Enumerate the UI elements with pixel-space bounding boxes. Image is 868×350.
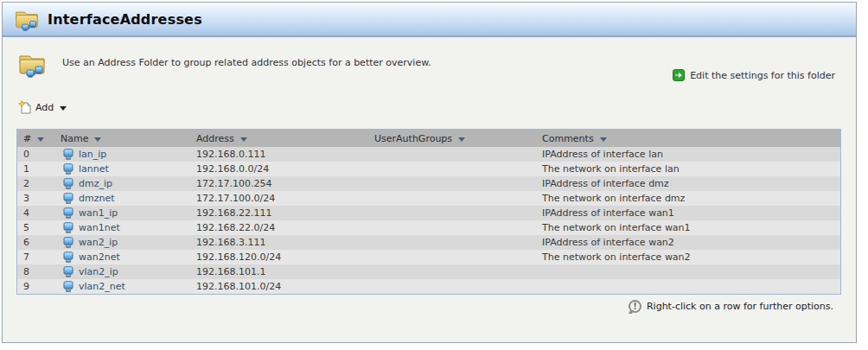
column-header-num[interactable]: # [17, 130, 56, 147]
edit-folder-settings-link[interactable]: Edit the settings for this folder [673, 69, 835, 81]
row-name: wan1net [79, 222, 120, 233]
row-name: wan2_ip [79, 237, 118, 248]
add-button[interactable]: Add [18, 100, 67, 114]
row-index: 1 [17, 163, 56, 175]
column-header-userauthgroups[interactable]: UserAuthGroups [374, 130, 542, 147]
row-comments: The network on interface wan1 [542, 222, 840, 233]
row-index: 9 [17, 281, 56, 292]
row-comments: IPAddress of interface wan1 [542, 207, 840, 219]
column-header-comments[interactable]: Comments [542, 130, 840, 147]
row-index: 0 [17, 149, 56, 160]
row-index: 2 [17, 178, 56, 189]
address-table-body: 0 lan_ip 192.168.0.111 IPAddress of inte… [17, 147, 840, 294]
row-comments: The network on interface wan2 [542, 251, 840, 263]
column-header-name-label: Name [61, 133, 88, 144]
new-item-icon [18, 100, 31, 114]
table-row[interactable]: 3 dmznet 172.17.100.0/24 The network on … [17, 191, 840, 206]
host-address-icon [63, 266, 73, 278]
row-name-cell[interactable]: vlan2_net [56, 281, 196, 293]
host-address-icon [63, 178, 73, 190]
row-address: 172.17.100.254 [196, 178, 374, 189]
row-index: 5 [17, 222, 56, 233]
host-address-icon [63, 251, 73, 264]
row-name-cell[interactable]: wan1net [56, 222, 196, 234]
table-row[interactable]: 8 vlan2_ip 192.168.101.1 [17, 264, 840, 279]
folder-description: Use an Address Folder to group related a… [62, 57, 431, 68]
row-index: 8 [17, 266, 56, 277]
row-comments: The network on interface lan [542, 163, 840, 175]
row-comments: IPAddress of interface dmz [542, 178, 840, 189]
row-name: dmznet [79, 193, 115, 204]
page-title: InterfaceAddresses [48, 11, 202, 28]
column-header-num-label: # [23, 133, 31, 144]
column-header-address-label: Address [196, 133, 234, 144]
info-icon: ! [629, 300, 641, 313]
row-comments: IPAddress of interface wan2 [542, 237, 840, 248]
row-name: lannet [79, 163, 109, 175]
host-address-icon [63, 193, 73, 205]
row-index: 6 [17, 237, 56, 248]
row-address: 192.168.0.0/24 [196, 163, 374, 175]
row-name: lan_ip [79, 149, 106, 160]
sort-down-icon[interactable] [458, 137, 465, 142]
folder-content: Use an Address Folder to group related a… [3, 37, 856, 340]
address-folder-icon [17, 50, 47, 78]
row-name: wan1_ip [79, 207, 118, 219]
row-address: 192.168.120.0/24 [196, 251, 374, 263]
interface-addresses-window: InterfaceAddresses Use an Address Folder… [2, 2, 857, 343]
table-row[interactable]: 5 wan1net 192.168.22.0/24 The network on… [17, 220, 840, 235]
row-index: 4 [17, 207, 56, 219]
row-name-cell[interactable]: dmz_ip [56, 178, 196, 190]
row-name-cell[interactable]: lan_ip [56, 149, 196, 161]
row-name: dmz_ip [79, 178, 112, 189]
row-address: 192.168.101.1 [196, 266, 374, 277]
address-table-header: # Name Address UserAuthGroups Comments [17, 130, 840, 147]
page-header: InterfaceAddresses [3, 3, 856, 37]
sort-down-icon[interactable] [37, 137, 44, 142]
row-name-cell[interactable]: dmznet [56, 193, 196, 205]
host-address-icon [63, 163, 73, 175]
table-row[interactable]: 1 lannet 192.168.0.0/24 The network on i… [17, 162, 840, 176]
column-header-userauthgroups-label: UserAuthGroups [374, 133, 452, 144]
row-name: wan2net [79, 251, 120, 263]
column-header-comments-label: Comments [542, 133, 594, 144]
edit-folder-settings-label: Edit the settings for this folder [690, 70, 835, 81]
column-header-address[interactable]: Address [196, 130, 374, 147]
chevron-down-icon [60, 106, 67, 111]
row-comments: The network on interface dmz [542, 193, 840, 204]
row-address: 192.168.3.111 [196, 237, 374, 248]
sort-down-icon[interactable] [94, 137, 101, 142]
row-name-cell[interactable]: wan2_ip [56, 237, 196, 249]
host-address-icon [63, 281, 73, 293]
row-name-cell[interactable]: wan1_ip [56, 207, 196, 220]
sort-down-icon[interactable] [240, 137, 247, 142]
address-table: # Name Address UserAuthGroups Comments [16, 129, 841, 295]
row-address: 192.168.22.111 [196, 207, 374, 219]
row-address: 192.168.0.111 [196, 149, 374, 160]
row-name-cell[interactable]: lannet [56, 163, 196, 175]
green-arrow-icon [673, 69, 685, 81]
table-row[interactable]: 7 wan2net 192.168.120.0/24 The network o… [17, 250, 840, 264]
row-address: 172.17.100.0/24 [196, 193, 374, 204]
host-address-icon [63, 149, 73, 161]
row-name-cell[interactable]: wan2net [56, 251, 196, 264]
column-header-name[interactable]: Name [56, 130, 196, 147]
add-button-label: Add [35, 102, 54, 113]
folder-network-icon [14, 7, 40, 31]
row-name: vlan2_ip [79, 266, 118, 277]
host-address-icon [63, 222, 73, 234]
row-address: 192.168.22.0/24 [196, 222, 374, 233]
table-row[interactable]: 9 vlan2_net 192.168.101.0/24 [17, 279, 840, 294]
host-address-icon [63, 207, 73, 220]
row-name-cell[interactable]: vlan2_ip [56, 266, 196, 278]
right-click-note-text: Right-click on a row for further options… [647, 301, 833, 312]
table-row[interactable]: 2 dmz_ip 172.17.100.254 IPAddress of int… [17, 176, 840, 191]
sort-down-icon[interactable] [600, 137, 607, 142]
table-row[interactable]: 6 wan2_ip 192.168.3.111 IPAddress of int… [17, 235, 840, 250]
table-row[interactable]: 4 wan1_ip 192.168.22.111 IPAddress of in… [17, 206, 840, 220]
row-name: vlan2_net [79, 281, 125, 292]
row-index: 3 [17, 193, 56, 204]
row-address: 192.168.101.0/24 [196, 281, 374, 292]
row-comments: IPAddress of interface lan [542, 149, 840, 160]
table-row[interactable]: 0 lan_ip 192.168.0.111 IPAddress of inte… [17, 147, 840, 162]
